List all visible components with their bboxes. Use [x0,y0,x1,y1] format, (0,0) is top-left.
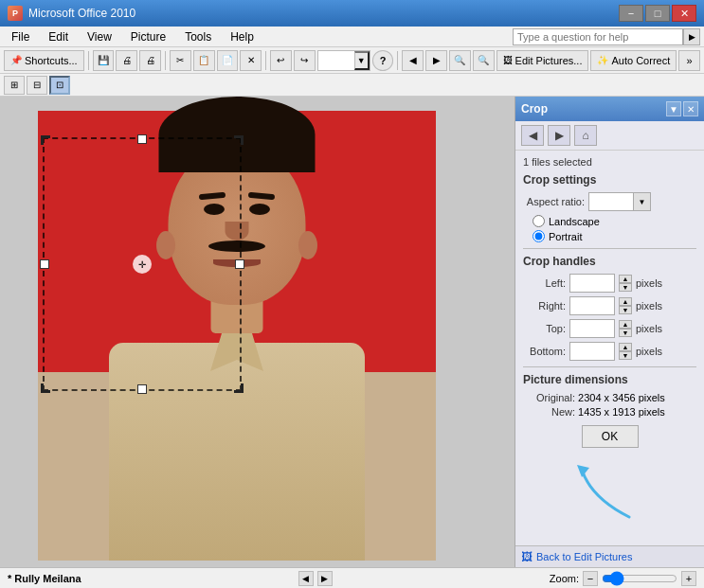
right-label: Right: [523,300,566,312]
expand-button[interactable]: » [678,50,700,71]
back-to-edit-link[interactable]: 🖼 Back to Edit Pictures [515,545,704,567]
redo-button[interactable]: ↪ [294,50,316,71]
aspect-ratio-input[interactable]: 3 x 4 [588,192,634,211]
forward-nav-button[interactable]: ▶ [548,125,570,146]
maximize-button[interactable]: □ [645,5,670,22]
bottom-spin-down[interactable]: ▼ [619,351,632,360]
cut-button[interactable]: ✂ [170,50,191,71]
crop-panel-header: Crop ▼ ✕ [515,97,704,121]
left-input[interactable]: 450 [569,274,615,293]
top-spinner: ▲ ▼ [619,320,632,337]
photo-background: ✛ [38,111,436,561]
right-input[interactable]: 419 [569,296,615,315]
delete-button[interactable]: ✕ [240,50,262,71]
toolbar-separator-4 [397,51,398,70]
nav-prev-button[interactable]: ◀ [298,571,314,586]
view-btn-3[interactable]: ⊡ [49,76,70,95]
filename-label: * Rully Meilana [8,573,81,584]
arrow-left-btn[interactable]: ◀ [402,50,424,71]
menu-tools[interactable]: Tools [177,28,219,45]
top-spin-up[interactable]: ▲ [619,320,632,329]
shortcuts-button[interactable]: 📌 Shortcuts... [4,50,84,71]
top-spin-down[interactable]: ▼ [619,329,632,337]
aspect-ratio-dropdown[interactable]: ▼ [634,192,651,211]
top-input[interactable]: 130 [569,319,615,338]
help-search-button[interactable]: ▶ [683,28,700,45]
main-area: ✛ Crop ▼ ✕ ◀ ▶ ⌂ 1 [0,97,704,567]
landscape-label: Landscape [549,216,600,227]
home-icon: ⌂ [582,129,588,142]
original-dims-row: Original: 2304 x 3456 pixels [523,392,696,403]
toolbar2: ⊞ ⊟ ⊡ [0,74,704,97]
bottom-input[interactable]: 1413 [569,342,615,361]
copy-button[interactable]: 📋 [193,50,215,71]
icon-btn-1[interactable]: 🔍 [449,50,471,71]
zoom-input[interactable]: 13% [318,51,354,70]
canvas-area[interactable]: ✛ [0,97,514,567]
bottom-spin-up[interactable]: ▲ [619,343,632,351]
new-label: New: [523,406,575,418]
crop-handles-title: Crop handles [523,255,696,268]
crop-panel-controls: ▼ ✕ [666,101,698,116]
left-unit: pixels [636,277,662,289]
person-mouth [213,259,261,267]
person-left-eye [204,204,225,215]
left-row: Left: 450 ▲ ▼ pixels [523,274,696,293]
auto-correct-button[interactable]: ✨ Auto Correct [590,50,677,71]
zoom-slider[interactable] [602,574,677,583]
right-spin-down[interactable]: ▼ [619,306,632,314]
nav-next-button[interactable]: ▶ [317,571,333,586]
view-btn-2[interactable]: ⊟ [27,76,47,95]
portrait-row: Portrait [523,230,696,242]
minimize-button[interactable]: − [619,5,643,22]
close-panel-button[interactable]: ✕ [683,101,698,116]
toolbar-separator-3 [265,51,266,70]
toolbar: 📌 Shortcuts... 💾 🖨 🖨 ✂ 📋 📄 ✕ ↩ ↪ 13% ▼ ?… [0,47,704,74]
person-nose [226,222,249,241]
ok-button[interactable]: OK [582,425,639,448]
back-nav-button[interactable]: ◀ [521,125,544,146]
top-label: Top: [523,323,566,334]
help-search-input[interactable] [513,28,683,45]
landscape-radio[interactable] [533,215,545,227]
zoom-area: Zoom: − + [550,571,696,586]
paste-button[interactable]: 📄 [217,50,239,71]
menu-picture[interactable]: Picture [123,28,173,45]
back-link-text: Back to Edit Pictures [536,551,633,562]
top-unit: pixels [636,323,662,334]
help-button[interactable]: ? [372,50,394,71]
left-spin-down[interactable]: ▼ [619,283,632,292]
zoom-minus-button[interactable]: − [583,571,598,586]
photo-container: ✛ [38,111,436,561]
portrait-radio[interactable] [533,230,545,242]
back-link-icon: 🖼 [521,550,533,563]
aspect-ratio-row: Aspect ratio: 3 x 4 ▼ [523,192,696,211]
menu-view[interactable]: View [80,28,119,45]
crop-panel-title: Crop [521,102,548,116]
right-row: Right: 419 ▲ ▼ pixels [523,296,696,315]
top-row: Top: 130 ▲ ▼ pixels [523,319,696,338]
left-spin-up[interactable]: ▲ [619,275,632,283]
zoom-plus-button[interactable]: + [681,571,696,586]
print2-button[interactable]: 🖨 [139,50,161,71]
zoom-dropdown[interactable]: ▼ [354,51,370,70]
print-button[interactable]: 🖨 [116,50,137,71]
menu-edit[interactable]: Edit [41,28,76,45]
arrow-right-btn[interactable]: ▶ [425,50,447,71]
edit-pictures-button[interactable]: 🖼 Edit Pictures... [496,50,589,71]
home-nav-button[interactable]: ⌂ [574,125,597,146]
icon-btn-2[interactable]: 🔍 [473,50,495,71]
undo-button[interactable]: ↩ [270,50,292,71]
left-label: Left: [523,277,566,289]
files-selected-label: 1 files selected [523,156,696,168]
window-controls: − □ ✕ [619,5,696,22]
menu-help[interactable]: Help [223,28,262,45]
close-button[interactable]: ✕ [672,5,696,22]
collapse-panel-button[interactable]: ▼ [666,101,681,116]
app-icon: P [8,6,23,21]
view-btn-1[interactable]: ⊞ [4,76,25,95]
right-spin-up[interactable]: ▲ [619,297,632,306]
menu-file[interactable]: File [4,28,37,45]
save-button[interactable]: 💾 [93,50,115,71]
title-bar: P Microsoft Office 2010 − □ ✕ [0,0,704,27]
